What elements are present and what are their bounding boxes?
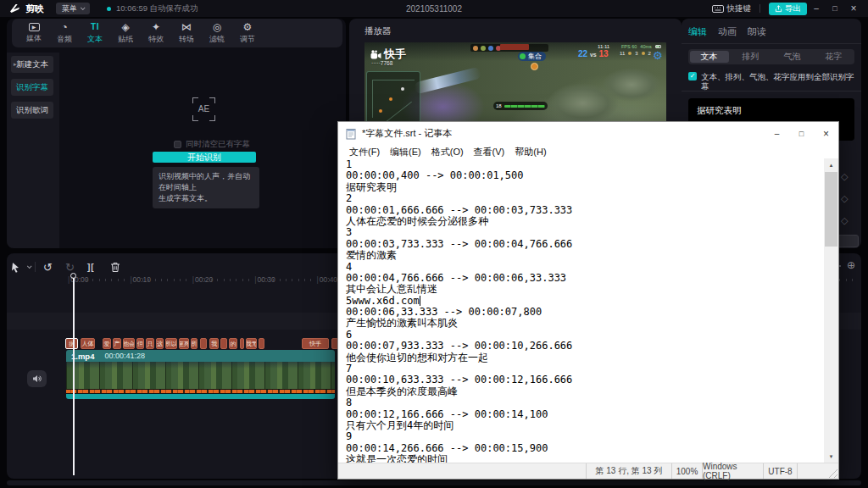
notepad-menu-item[interactable]: 文件(F)	[344, 146, 385, 158]
hero-portrait	[481, 46, 486, 51]
notepad-window: *字幕文件.srt - 记事本 文件(F)编辑(E)格式(O)查看(V)帮助(H…	[337, 121, 839, 480]
notepad-minimize-button[interactable]	[765, 122, 789, 145]
window-minimize-button[interactable]	[807, 0, 826, 17]
scrollbar-thumb[interactable]	[825, 172, 837, 247]
subtitle-clip[interactable]	[240, 338, 244, 349]
notepad-menu-item[interactable]: 格式(O)	[426, 146, 469, 158]
delete-clip-button[interactable]	[110, 261, 120, 273]
ruler-tick	[174, 279, 175, 281]
inspector-tab-animation[interactable]: 动画	[718, 25, 737, 38]
keyframe-diamond-icon[interactable]	[841, 171, 848, 182]
statusbar-spacer	[338, 463, 586, 479]
shortcut-keys-button[interactable]: 快捷键	[712, 3, 752, 14]
ruler-tick	[286, 279, 287, 281]
media-tab-label: 贴纸	[118, 34, 133, 45]
subtitle-clip[interactable]: 爱	[103, 338, 111, 349]
subtitle-clip[interactable]: 至死	[179, 338, 189, 349]
subtitle-clip[interactable]: 人体	[81, 338, 95, 349]
subtitle-text-value: 据研究表明	[697, 105, 846, 117]
game-settings-gear-icon	[653, 49, 663, 62]
subtitle-clip[interactable]: 的	[229, 338, 237, 349]
style-subtab-text[interactable]: 文本	[688, 51, 730, 63]
clear-existing-subtitles-option[interactable]: 同时清空已有字幕	[174, 139, 250, 150]
media-tab-audio[interactable]: 音频	[49, 19, 80, 47]
sidebar-item-recognize-lyrics[interactable]: 识别歌词	[11, 102, 53, 119]
notepad-menu-item[interactable]: 帮助(H)	[509, 146, 551, 158]
subtitle-clip[interactable]: 所以	[165, 338, 177, 349]
notepad-maximize-button[interactable]	[789, 122, 814, 145]
scrollbar-up-arrow[interactable]	[824, 158, 838, 171]
match-score: 22 vs 13	[578, 49, 609, 58]
apply-to-all-option[interactable]: 文本、排列、气泡、花字应用到全部识别字幕	[688, 72, 860, 91]
style-subtab-bubble[interactable]: 气泡	[771, 51, 813, 63]
media-tab-sticker[interactable]: 贴纸	[110, 19, 141, 47]
scan-corner	[192, 115, 198, 121]
subtitle-clip-label: 我无	[246, 340, 257, 348]
keyframe-diamond-icon[interactable]	[841, 193, 848, 204]
style-subtab-arrange[interactable]: 排列	[730, 51, 771, 63]
monster-health-bar: 18	[493, 102, 548, 110]
subtitle-clip[interactable]: 我无	[246, 338, 257, 349]
keyframe-diamond-icon[interactable]	[841, 215, 848, 226]
media-tab-text[interactable]: 文本	[80, 19, 110, 47]
sidebar-item-recognize-subtitle[interactable]: 识别字幕	[11, 79, 53, 96]
checkbox-checked-icon[interactable]	[688, 72, 697, 80]
subtitle-clip[interactable]: 只	[146, 338, 154, 349]
scrollbar-down-arrow[interactable]	[824, 450, 838, 463]
track-mute-button[interactable]	[27, 370, 47, 387]
subtitle-clip[interactable]: 据	[65, 338, 78, 349]
ruler-tick	[124, 279, 125, 281]
chevron-down-icon	[27, 263, 32, 269]
timeline-zoom-in-button[interactable]	[847, 259, 855, 271]
subtitle-clip[interactable]: 我	[209, 338, 219, 349]
media-tab-filter[interactable]: 滤镜	[202, 19, 232, 47]
subtitle-clip[interactable]: 这	[156, 338, 164, 349]
start-recognition-button[interactable]: 开始识别	[153, 152, 256, 163]
media-tab-adjust[interactable]: 调节	[232, 19, 263, 47]
subtitle-clip[interactable]: 但	[136, 338, 144, 349]
subtitle-clip[interactable]	[259, 338, 264, 349]
notepad-text-line: 6	[346, 330, 824, 341]
undo-button[interactable]	[43, 261, 53, 273]
notepad-menu-item[interactable]: 编辑(E)	[385, 146, 426, 158]
notepad-text-area[interactable]: 100:00:00,400 --> 00:00:01,500据研究表明200:0…	[338, 158, 824, 463]
ruler-tick	[310, 279, 311, 281]
video-clip[interactable]: 1.mp4 00:00:41:28	[66, 350, 335, 399]
tool-dropdown-button[interactable]	[24, 261, 31, 273]
menu-button[interactable]: 菜单	[56, 3, 90, 14]
media-tab-transition[interactable]: 转场	[171, 19, 202, 47]
subtitle-clip[interactable]: 快手	[302, 338, 329, 349]
style-subtab-wordart[interactable]: 花字	[813, 51, 854, 63]
split-clip-button[interactable]	[87, 261, 95, 273]
ruler-tick	[86, 279, 87, 281]
subtitle-clip[interactable]	[220, 338, 227, 349]
timeline-horizontal-scrollbar[interactable]	[7, 480, 861, 485]
sidebar-item-new-text[interactable]: 新建文本	[11, 56, 53, 73]
statusbar-grip-cell	[797, 463, 838, 479]
expand-arrow-icon	[14, 61, 17, 68]
select-tool-button[interactable]	[10, 261, 21, 273]
subtitle-clip[interactable]	[200, 338, 207, 349]
window-resize-grip[interactable]	[826, 467, 837, 478]
notepad-titlebar[interactable]: *字幕文件.srt - 记事本	[338, 122, 838, 145]
subtitle-clip-label: 我	[211, 340, 217, 348]
export-button[interactable]: 导出	[769, 3, 807, 15]
inspector-tab-edit[interactable]: 编辑	[688, 25, 707, 38]
app-titlebar: 剪映 菜单 10:06:59 自动保存成功 202105311002 快捷键 导…	[0, 0, 868, 17]
subtitle-clip[interactable]: 产	[113, 338, 121, 349]
notepad-menu-item[interactable]: 查看(V)	[469, 146, 510, 158]
ruler-tick	[230, 279, 231, 281]
notepad-scrollbar[interactable]	[824, 158, 838, 463]
media-tab-media[interactable]: 媒体	[19, 19, 49, 47]
media-tab-effects[interactable]: 特效	[141, 19, 171, 47]
subtitle-clip[interactable]: 他会	[123, 338, 135, 349]
notepad-close-button[interactable]	[814, 122, 838, 145]
notepad-text-line: 爱情的激素	[346, 250, 824, 261]
subtitle-clip[interactable]: 所	[191, 338, 198, 349]
checkbox-unchecked-icon[interactable]	[174, 141, 181, 148]
inspector-tab-reading[interactable]: 朗读	[748, 25, 766, 38]
subtitle-clip-label: 这	[157, 340, 163, 348]
window-close-button[interactable]	[844, 0, 863, 17]
redo-button[interactable]	[65, 261, 75, 273]
window-maximize-button[interactable]	[826, 0, 844, 17]
